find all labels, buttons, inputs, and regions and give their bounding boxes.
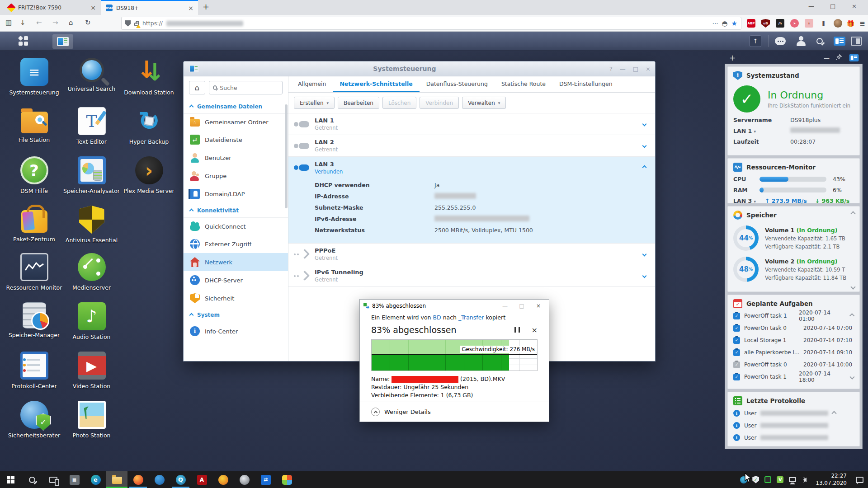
sidebar-item-dhcp-server[interactable]: DHCP-Server [184, 271, 288, 289]
desktop-icon-text-editor[interactable]: T Text-Editor [63, 103, 120, 153]
tray-green-v-icon[interactable]: V [776, 476, 784, 483]
taskbar-calculator[interactable]: ▦ [64, 471, 85, 488]
tab-fritzbox[interactable]: FRITZ!Box 7590 × [4, 0, 100, 15]
taskbar-file-explorer[interactable] [106, 471, 127, 488]
sidebar-section-system[interactable]: System [184, 307, 288, 322]
sidebar-item-sicherheit[interactable]: Sicherheit [184, 289, 288, 307]
sidebar-item-quickconnect[interactable]: QuickConnect [184, 218, 288, 235]
task-row[interactable]: ✓ PowerOn task 0 2020-07-14 07:00 [733, 324, 854, 333]
back-icon[interactable]: ← [36, 19, 42, 27]
open-app-systemsteuerung[interactable] [52, 34, 73, 49]
window-minimize-button[interactable]: — [808, 3, 814, 9]
desktop-icon-hyper-backup[interactable]: ↻ Hyper Backup [120, 103, 178, 153]
tab-ds918[interactable]: DSM DS918+ × [101, 0, 198, 15]
desktop-icon-universal-search[interactable]: Universal Search [63, 54, 120, 103]
dialog-close-button[interactable]: × [532, 303, 545, 309]
action-center-icon[interactable] [856, 477, 863, 483]
desktop-icon-file-station[interactable]: File Station [5, 103, 63, 153]
profile-avatar[interactable] [834, 19, 842, 28]
tab-statische-route[interactable]: Statische Route [495, 76, 552, 92]
log-row[interactable]: i User [733, 421, 854, 430]
sidebar-section-konnektivitaet[interactable]: Konnektivität [184, 203, 288, 218]
taskbar-app-color[interactable] [276, 471, 297, 488]
expand-chevron-icon[interactable] [850, 284, 855, 289]
desktop-icon-antivirus[interactable]: Antivirus Essential [63, 202, 120, 251]
new-tab-button[interactable]: + [203, 2, 209, 11]
expand-chevron-icon[interactable] [642, 144, 647, 148]
sidebar-item-domain-ldap[interactable]: Domain/LDAP [184, 185, 288, 203]
extension-plane-icon[interactable]: ➤ [790, 19, 799, 28]
add-widget-button[interactable]: + [729, 53, 736, 62]
interface-row-lan2[interactable]: LAN 2 Getrennt [288, 135, 655, 157]
download-helper-icon[interactable]: ↓ [805, 19, 813, 28]
taskbar-teamviewer[interactable]: ⇄ [255, 471, 276, 488]
tab-dsm-einstellungen[interactable]: DSM-Einstellungen [552, 76, 619, 92]
tracking-shield-icon[interactable] [125, 20, 131, 27]
panel-toggle-icon[interactable] [849, 54, 859, 61]
sidebar-item-info-center[interactable]: i Info-Center [184, 322, 288, 340]
taskbar-clock[interactable]: 22:27 13.07.2020 [813, 473, 849, 487]
task-row[interactable]: ✓ alle Papierkoerbe l... 2020-07-14 09:1… [733, 348, 854, 357]
upload-queue-button[interactable]: ↑ [750, 35, 761, 47]
taskbar-thunderbird[interactable] [149, 471, 170, 488]
expand-chevron-icon[interactable] [642, 252, 647, 257]
taskbar-synology-assistant[interactable]: Q [170, 471, 191, 488]
taskbar-acrobat[interactable]: A [191, 471, 212, 488]
desktop-icon-speicher-manager[interactable]: Speicher-Manager [5, 299, 63, 348]
desktop-icon-protokoll-center[interactable]: Protokoll-Center [5, 348, 63, 397]
details-toggle[interactable]: Weniger Details [360, 402, 549, 422]
taskbar-app-sphere[interactable] [234, 471, 255, 488]
minimize-panel-button[interactable]: — [824, 55, 830, 61]
window-titlebar[interactable]: Systemsteuerung ? — □ × [184, 61, 655, 76]
close-button[interactable]: × [646, 66, 651, 72]
sidebar-item-benutzer[interactable]: Benutzer [184, 149, 288, 167]
sidebar-section-gemeinsame-dateien[interactable]: Gemeinsame Dateien [184, 99, 288, 114]
task-row[interactable]: ✓ Local Storage 1 2020-07-14 07:10 [733, 336, 854, 345]
downloads-icon[interactable]: ↓ [20, 19, 26, 27]
whatsnew-gift-icon[interactable]: 🎁 [846, 19, 855, 28]
taskbar-xnview[interactable] [212, 471, 234, 488]
task-view-button[interactable] [42, 471, 64, 488]
expand-chevron-icon[interactable] [642, 122, 647, 127]
tab-allgemein[interactable]: Allgemein [291, 76, 333, 92]
dialog-minimize-button[interactable]: — [498, 303, 512, 309]
lock-warning-icon[interactable] [134, 23, 139, 26]
taskbar-firefox[interactable] [127, 471, 149, 488]
taskbar-edge[interactable]: e [85, 471, 106, 488]
desktop-icon-download-station[interactable]: ↓↓ Download Station [120, 54, 178, 103]
desktop-icon-video-station[interactable]: ▶ Video Station [63, 348, 120, 397]
log-row[interactable]: i User [733, 433, 854, 442]
network-icon[interactable] [788, 476, 796, 483]
scroll-up-chevron-icon[interactable] [850, 314, 855, 319]
desktop-icon-plex[interactable]: › Plex Media Server [120, 153, 178, 202]
desktop-icon-photo-station[interactable]: Photo Station [63, 397, 120, 446]
tab-close-icon[interactable]: × [90, 4, 96, 11]
sidebar-item-dateidienste[interactable]: ⇄ Dateidienste [184, 131, 288, 149]
sidebar-item-gruppe[interactable]: Gruppe [184, 167, 288, 185]
task-row[interactable]: ✓ PowerOff task 0 2020-07-14 10:00 [733, 361, 854, 369]
user-menu-button[interactable] [797, 35, 806, 47]
pause-button[interactable] [514, 327, 520, 333]
dialog-titlebar[interactable]: 83% abgeschlossen — □ × [360, 300, 549, 312]
scroll-down-chevron-icon[interactable] [850, 375, 855, 380]
search-input[interactable] [220, 84, 278, 91]
reload-icon[interactable]: ↻ [85, 19, 91, 27]
interface-row-pppoe[interactable]: PPPoE Getrennt [288, 244, 655, 265]
pocket-icon[interactable]: ◓ [722, 19, 727, 28]
erstellen-button[interactable]: Erstellen▾ [294, 97, 335, 109]
tab-netzwerk-schnittstelle[interactable]: Netzwerk-Schnittstelle [333, 76, 419, 92]
dest-link[interactable]: _Transfer [458, 314, 484, 321]
tab-datenfluss-steuerung[interactable]: Datenfluss-Steuerung [420, 76, 495, 92]
search-button[interactable] [816, 35, 823, 47]
forward-icon[interactable]: → [52, 19, 58, 27]
home-button[interactable]: ⌂ [189, 81, 205, 94]
task-row[interactable]: ✓ PowerOn task 1 2020-07-14 18:00 [733, 373, 854, 381]
page-actions-icon[interactable]: ⋯ [712, 20, 718, 27]
notifications-button[interactable] [775, 35, 786, 47]
taskbar-search-button[interactable] [21, 471, 42, 488]
ublock-origin-icon[interactable]: uB [761, 19, 770, 28]
url-bar[interactable]: https:// ⋯ ◓ ★ [121, 17, 741, 30]
scroll-up-chevron-icon[interactable] [832, 411, 837, 416]
tab-close-icon[interactable]: × [188, 5, 193, 12]
interface-row-lan1[interactable]: LAN 1 Getrennt [288, 113, 655, 135]
